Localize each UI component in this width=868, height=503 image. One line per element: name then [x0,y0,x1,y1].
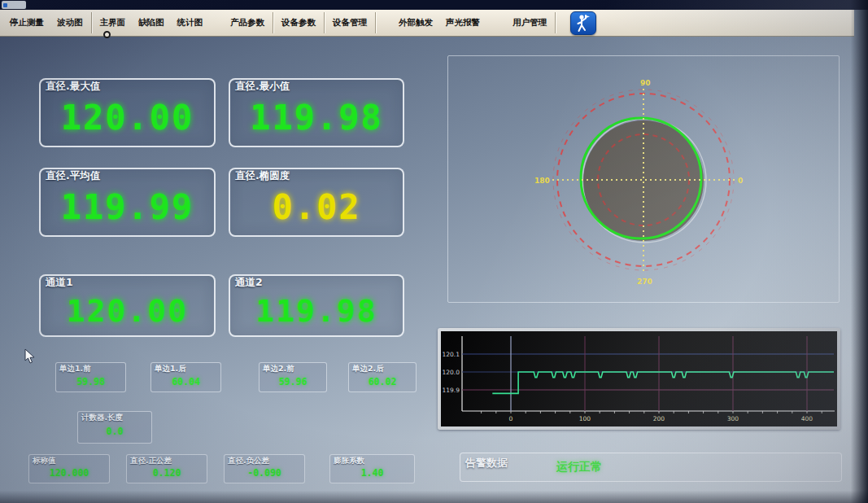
svg-text:120.1: 120.1 [443,351,460,358]
alarm-status-text: 运行正常 [556,460,602,475]
metric-value: 120.00 [41,276,214,335]
metric-value: 119.98 [230,276,403,335]
trend-plot: 120.1120.0119.90100200300400 [441,331,837,426]
mouse-cursor [24,348,36,368]
field-edge1-front: 单边1.前 59.98 [55,362,126,392]
trend-chart-background: 120.1120.0119.90100200300400 [441,331,837,426]
metric-ovality: 直径.椭圆度 0.02 [229,168,404,237]
measurement-app-screen: 停止测量 波动图 主界面 缺陷图 统计图 产品参数 设备参数 设备管理 外部触发… [0,0,868,503]
svg-text:300: 300 [727,415,739,422]
alarm-data-label: 告警数据 [465,456,508,470]
menu-stats-chart[interactable]: 统计图 [171,15,210,31]
metric-value: 119.98 [230,80,403,146]
svg-text:119.9: 119.9 [443,387,460,394]
field-value: 0.120 [127,455,207,483]
menu-divider [324,12,325,33]
field-counter-length: 计数器.长度 0.0 [77,411,152,444]
cross-section-panel: 90 0 270 180 [447,55,840,303]
metric-diameter-min: 直径.最小值 119.98 [229,78,404,147]
field-positive-tolerance: 直径.正公差 0.120 [126,454,207,483]
menu-divider [273,12,273,33]
metric-value: 0.02 [230,169,403,235]
field-edge2-front: 单边2.前 59.96 [259,362,327,392]
field-edge2-back: 单边2.后 60.02 [348,362,417,392]
menu-divider [555,12,556,33]
svg-text:200: 200 [653,415,665,422]
person-flag-logo-icon[interactable] [570,11,596,35]
menu-sound-light-alarm[interactable]: 声光报警 [439,15,486,31]
menu-user-manage[interactable]: 用户管理 [506,15,553,31]
menu-device-manage[interactable]: 设备管理 [326,15,373,31]
menu-stop-measure[interactable]: 停止测量 [3,15,50,31]
menu-device-params[interactable]: 设备参数 [275,15,322,31]
menu-defect-chart[interactable]: 缺陷图 [132,15,171,31]
metric-value: 119.99 [41,169,214,235]
svg-text:120.0: 120.0 [443,369,460,376]
menu-main-view[interactable]: 主界面 [94,15,133,31]
field-value: 1.40 [330,455,414,483]
trend-chart-frame: 120.1120.0119.90100200300400 [438,328,840,430]
active-view-indicator [103,31,111,38]
metric-diameter-avg: 直径.平均值 119.99 [39,168,216,237]
cross-section-plot: 90 0 270 180 [448,56,839,302]
angle-label-0: 0 [738,177,743,185]
angle-label-90: 90 [640,79,651,87]
svg-text:400: 400 [801,415,813,422]
menu-bar: 停止测量 波动图 主界面 缺陷图 统计图 产品参数 设备参数 设备管理 外部触发… [0,10,854,37]
field-value: 59.96 [260,363,326,391]
menu-divider [375,12,376,33]
menu-divider [91,12,92,33]
menu-external-trigger[interactable]: 外部触发 [392,15,439,31]
metric-diameter-max: 直径.最大值 120.00 [39,78,216,147]
field-value: 0.0 [78,412,151,443]
window-icon [3,3,7,7]
metric-value: 120.00 [41,80,214,146]
alarm-data-panel: 告警数据 运行正常 [460,453,842,482]
photo-top-strip [0,0,868,10]
field-value: 120.000 [29,455,109,483]
field-expansion-coefficient: 膨胀系数 1.40 [329,454,415,483]
field-value: -0.090 [225,455,304,483]
menu-product-params[interactable]: 产品参数 [224,15,271,31]
field-edge1-back: 单边1.后 60.04 [150,362,221,392]
metric-channel-1: 通道1 120.00 [39,274,216,337]
svg-text:0: 0 [509,415,513,422]
field-nominal-value: 标称值 120.000 [28,454,110,483]
metric-channel-2: 通道2 119.98 [229,274,404,337]
field-value: 60.02 [349,363,416,391]
field-negative-tolerance: 直径.负公差 -0.090 [224,454,305,483]
background-window-fragment [2,1,26,9]
angle-label-270: 270 [637,278,652,286]
field-value: 60.04 [151,363,220,391]
angle-label-180: 180 [534,177,550,185]
field-value: 59.98 [56,363,125,391]
svg-text:100: 100 [579,415,591,422]
menu-wave-chart[interactable]: 波动图 [50,15,89,31]
